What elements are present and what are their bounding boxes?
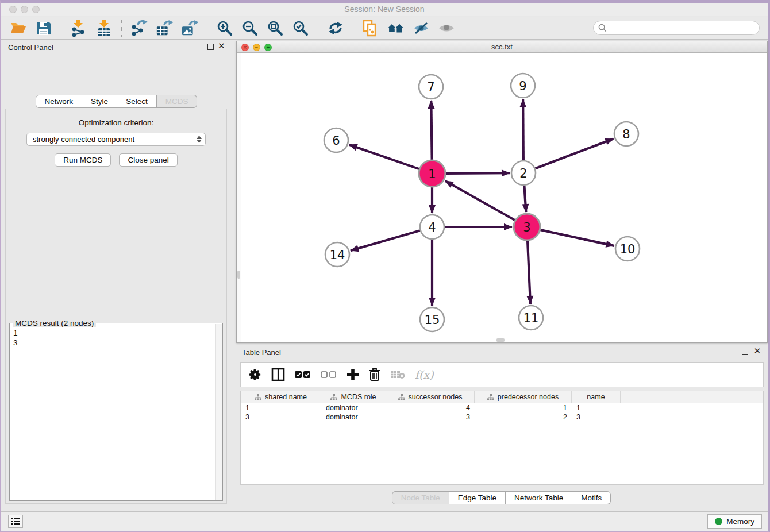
column-layout-icon[interactable] [271,366,285,383]
edge-3-10[interactable] [540,230,614,246]
run-mcds-button[interactable]: Run MCDS [55,153,111,167]
zoom-in-icon[interactable] [216,20,233,37]
zoom-out-icon[interactable] [241,20,259,37]
node-11[interactable]: 11 [519,306,543,330]
mcds-result-box: 1 3 [9,323,223,501]
node-9[interactable]: 9 [511,74,535,98]
network-window-titlebar[interactable]: × − + scc.txt [237,41,767,53]
node-4[interactable]: 4 [420,215,444,239]
tab-mcds[interactable]: MCDS [157,95,198,108]
node-10[interactable]: 10 [615,237,640,261]
export-network-icon[interactable] [130,20,148,37]
table-toolbar: f(x) [240,362,764,387]
node-6[interactable]: 6 [324,128,348,152]
mcds-result-title: MCDS result (2 nodes) [13,319,96,327]
column-type-icon [330,394,337,400]
mcds-result-text[interactable]: 1 3 [13,328,214,499]
zoom-fit-icon[interactable] [267,20,284,37]
svg-text:14: 14 [330,248,345,262]
vertical-scrollbar[interactable] [237,53,241,342]
close-panel-button[interactable]: Close panel [119,153,177,167]
tab-node-table[interactable]: Node Table [392,491,449,504]
node-14[interactable]: 14 [325,242,349,267]
result-scrollbar[interactable] [215,324,222,500]
node-2[interactable]: 2 [511,161,536,185]
import-network-icon[interactable] [70,20,87,37]
tab-select[interactable]: Select [117,95,157,108]
zoom-selected-icon[interactable] [292,20,309,37]
table-row[interactable]: 3dominator323 [241,413,763,422]
tab-network-table[interactable]: Network Table [506,491,572,504]
float-panel-icon[interactable] [207,44,214,50]
node-table[interactable]: shared nameMCDS rolesuccessor nodesprede… [240,391,764,485]
network-view-window: × − + scc.txt 7968124314101511 [236,41,768,343]
optimization-criterion-value: strongly connected component [33,135,134,144]
edge-1-6[interactable] [349,145,419,169]
hide-eye-icon[interactable] [413,20,430,37]
node-15[interactable]: 15 [420,307,444,331]
tab-network[interactable]: Network [36,95,83,108]
table-header-row: shared nameMCDS rolesuccessor nodesprede… [241,391,763,403]
export-table-icon[interactable] [156,20,173,37]
svg-text:10: 10 [620,242,636,256]
delete-icon[interactable] [369,366,380,383]
tab-edge-table[interactable]: Edge Table [449,491,506,504]
settings-gear-icon[interactable] [249,366,261,383]
edge-1-2[interactable] [446,173,510,174]
edge-2-3[interactable] [524,186,526,212]
optimization-criterion-label: Optimization criterion: [6,118,226,127]
node-8[interactable]: 8 [614,122,638,146]
column-header-predecessor-nodes[interactable]: predecessor nodes [475,391,572,403]
edge-3-1[interactable] [445,181,515,220]
search-box[interactable] [593,21,760,35]
node-3[interactable]: 3 [514,214,540,240]
open-session-icon[interactable] [10,20,27,37]
refresh-layout-icon[interactable] [327,20,344,37]
column-header-successor-nodes[interactable]: successor nodes [386,391,475,403]
optimization-criterion-select[interactable]: strongly connected component [26,133,206,146]
column-header-MCDS-role[interactable]: MCDS role [321,391,386,403]
show-eye-icon[interactable] [438,20,455,37]
copy-network-icon[interactable] [362,20,379,37]
select-all-checkboxes-icon[interactable] [295,366,311,383]
node-1[interactable]: 1 [419,160,445,187]
svg-text:8: 8 [622,128,630,141]
select-stepper-icon [197,136,202,143]
column-header-name[interactable]: name [572,391,621,403]
svg-text:9: 9 [519,79,526,93]
status-bar: Memory [1,511,768,531]
control-panel-title: Control Panel [8,43,53,52]
memory-status-icon [715,518,722,525]
float-table-panel-icon[interactable] [742,349,748,355]
function-builder-icon[interactable]: f(x) [415,366,434,383]
search-input[interactable] [607,24,754,32]
edge-1-7[interactable] [431,101,432,160]
column-header-shared-name[interactable]: shared name [241,391,321,403]
network-graph[interactable]: 7968124314101511 [237,53,767,342]
delete-table-icon[interactable] [390,366,405,383]
deselect-checkboxes-icon[interactable] [321,366,337,383]
search-icon [598,24,607,32]
close-table-panel-icon[interactable]: ✕ [753,346,761,356]
edge-4-14[interactable] [351,230,420,250]
import-table-icon[interactable] [95,20,113,37]
svg-text:15: 15 [425,313,440,327]
close-panel-icon[interactable]: ✕ [218,41,225,51]
edge-2-9[interactable] [523,99,523,160]
column-type-icon [398,394,405,400]
node-7[interactable]: 7 [419,75,443,99]
export-image-icon[interactable] [181,20,198,37]
column-type-icon [255,394,261,400]
tab-motifs[interactable]: Motifs [572,491,611,504]
home-icon[interactable] [387,20,405,37]
edge-2-8[interactable] [536,139,614,169]
network-canvas[interactable]: 7968124314101511 [237,53,767,342]
table-row[interactable]: 1dominator411 [241,403,763,413]
automation-panel-icon[interactable] [8,515,23,528]
add-column-icon[interactable] [346,366,359,383]
tab-style[interactable]: Style [82,95,117,108]
edge-3-11[interactable] [528,241,530,304]
horizontal-scrollbar[interactable] [496,338,505,342]
memory-button[interactable]: Memory [707,514,762,529]
save-session-icon[interactable] [35,20,52,37]
